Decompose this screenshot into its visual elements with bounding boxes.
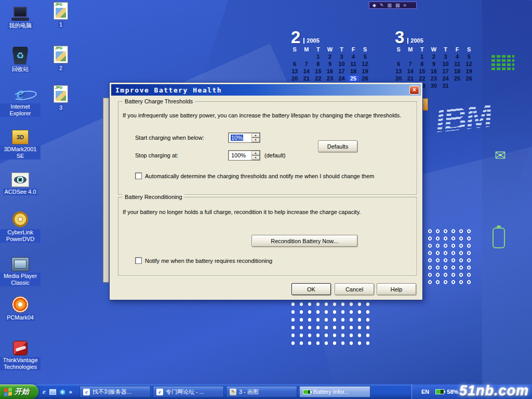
calendar-cell: 8 [416, 61, 428, 68]
start-button[interactable]: 开始 [0, 384, 38, 399]
calendar-cell: 23 [428, 75, 440, 82]
stop-charging-label: Stop charging at: [135, 152, 178, 158]
calendar-year: 2005 [303, 38, 319, 44]
defaults-button[interactable]: Defaults [318, 140, 357, 152]
calendar-cell: 10 [440, 61, 451, 68]
calendar-cell [393, 54, 405, 60]
green-grid-icon [491, 55, 514, 74]
calendar-cell: 11 [451, 61, 463, 68]
calendar-month-number: 2 [291, 30, 300, 45]
cancel-button[interactable]: Cancel [335, 283, 374, 295]
desktop-icon-3dmark2001[interactable]: 3D 3DMark2001 SE [0, 125, 41, 159]
calendar-cell: 3 [440, 54, 451, 60]
toolbar-grid-icon[interactable]: ▥ [387, 3, 392, 8]
desktop-icon-recycle-bin[interactable]: ♻ 回收站 [0, 45, 41, 73]
calendar-cell: 17 [440, 68, 451, 75]
recycle-bin-icon: ♻ [12, 45, 28, 64]
icon-label: ACDSee 4.0 [3, 189, 37, 195]
calendar-cell: 6 [393, 61, 405, 68]
powerdvd-icon [12, 208, 29, 228]
toolbar-pattern-icon[interactable]: ▨ [395, 3, 400, 8]
battery-outline-icon [493, 228, 505, 248]
desktop-icon-pcmark04[interactable]: PCMark04 [0, 293, 41, 321]
desktop-icon-internet-explorer[interactable]: e Internet Explorer [0, 82, 41, 117]
start-threshold-value: 10% [231, 135, 243, 141]
spinner-down-button[interactable]: ▼ [251, 155, 260, 160]
calendar-cell: 17 [336, 68, 348, 75]
desktop-icon-thinkvantage[interactable]: ThinkVantage Technologies [0, 336, 41, 370]
task-buttons: e 找不到服务器... e 专门网论坛 - ... ✎ 3 - 画图 Batte… [79, 386, 370, 397]
ibm-logo-watermark: IBM [434, 97, 493, 140]
ie-icon: e [83, 389, 90, 395]
calendar-cell: W [324, 46, 336, 53]
desktop-icon-jpg-2[interactable]: JPG 2 [41, 44, 81, 72]
floating-toolbar[interactable]: ◆ ✎ ▥ ▨ ≡ [369, 2, 417, 9]
toolbar-menu-icon[interactable]: ≡ [404, 3, 406, 8]
task-button-battery-information[interactable]: Battery Infor... [299, 386, 370, 397]
desktop-icon-acdsee[interactable]: ACDSee 4.0 [0, 167, 41, 195]
task-button-server-not-found[interactable]: e 找不到服务器... [79, 386, 151, 397]
envelope-icon: ✉ [495, 149, 506, 162]
calendar-cell: 24 [336, 75, 348, 82]
task-label: 专门网论坛 - ... [166, 388, 204, 396]
ok-button[interactable]: OK [291, 283, 331, 295]
dialog-title: Improve Battery Health [115, 86, 222, 94]
language-indicator[interactable]: EN [421, 389, 429, 395]
help-button[interactable]: Help [377, 283, 416, 295]
toolbar-icon-1[interactable]: ◆ [373, 3, 376, 8]
up-arrow-icon: ▲ [255, 134, 257, 137]
acdsee-icon [11, 167, 29, 187]
spinner-up-button[interactable]: ▲ [251, 151, 260, 155]
close-button[interactable]: × [409, 86, 419, 95]
51nb-watermark: 51nb.com [459, 383, 529, 399]
windows-logo-icon [4, 387, 12, 396]
media-player-quicklaunch-icon[interactable] [60, 389, 65, 395]
task-button-forum[interactable]: e 专门网论坛 - ... [153, 386, 224, 397]
calendar-cell: W [428, 46, 440, 53]
checkbox-label: Automatically determine the charging thr… [145, 173, 374, 179]
calendar-cell: 14 [405, 68, 417, 75]
calendar-cell [451, 83, 463, 89]
task-label: 3 - 画图 [239, 388, 259, 396]
desktop-icon-jpg-3[interactable]: JPG 3 [41, 83, 81, 111]
recondition-battery-button[interactable]: Recondition Battery Now... [251, 235, 357, 247]
stop-threshold-spinner[interactable]: 100% ▲ ▼ [228, 150, 260, 161]
calendar-cell: M [301, 46, 313, 53]
calendar-cell: 23 [324, 75, 336, 82]
calendar-cell: 4 [348, 54, 360, 60]
calendar-cell: 31 [440, 83, 451, 89]
show-desktop-icon[interactable] [49, 389, 56, 395]
calendar-cell: 22 [312, 75, 324, 82]
desktop-icon-my-computer[interactable]: 我的电脑 [0, 1, 41, 29]
desktop-icon-media-player-classic[interactable]: Media Player Classic [0, 251, 41, 286]
auto-determine-checkbox-row[interactable]: Automatically determine the charging thr… [135, 173, 374, 179]
thresholds-description: If you infrequently use battery power, y… [123, 112, 415, 118]
battery-tray-indicator[interactable]: 58% [435, 389, 458, 395]
jpg-file-icon: JPG [54, 0, 68, 20]
calendar-cell: 20 [393, 75, 405, 82]
notify-reconditioning-checkbox-row[interactable]: Notify me when the battery requires reco… [135, 258, 272, 264]
calendar-cell [289, 54, 301, 60]
notify-reconditioning-checkbox[interactable] [135, 257, 142, 264]
calendar-cell: 30 [428, 83, 440, 89]
group-caption: Battery Reconditioning [123, 194, 184, 200]
calendar-cell: 24 [440, 75, 451, 82]
thinkvantage-icon [13, 336, 28, 355]
checkbox-label: Notify me when the battery requires reco… [145, 258, 272, 264]
improve-battery-health-dialog: Improve Battery Health × Battery Charge … [109, 82, 423, 300]
calendar-cell: 16 [324, 68, 336, 75]
task-button-paint[interactable]: ✎ 3 - 画图 [226, 386, 297, 397]
auto-determine-checkbox[interactable] [135, 172, 142, 179]
calendar-cell: T [336, 46, 348, 53]
dialog-title-bar[interactable]: Improve Battery Health × [111, 84, 421, 96]
ie-quicklaunch-icon[interactable]: e [43, 388, 46, 396]
quicklaunch-chevron-icon[interactable]: » [69, 389, 72, 395]
calendar-march: 3 2005 SMTWTFS12345678910111213141516171… [393, 28, 475, 89]
spinner-down-button[interactable]: ▼ [251, 138, 260, 142]
spinner-up-button[interactable]: ▲ [251, 133, 260, 138]
desktop-icon-jpg-1[interactable]: JPG 1 [41, 0, 81, 28]
desktop-icon-powerdvd[interactable]: CyberLink PowerDVD [0, 208, 41, 243]
toolbar-pen-icon[interactable]: ✎ [380, 3, 384, 8]
start-threshold-spinner[interactable]: 10% ▲ ▼ [228, 132, 260, 143]
start-button-label: 开始 [15, 387, 29, 396]
